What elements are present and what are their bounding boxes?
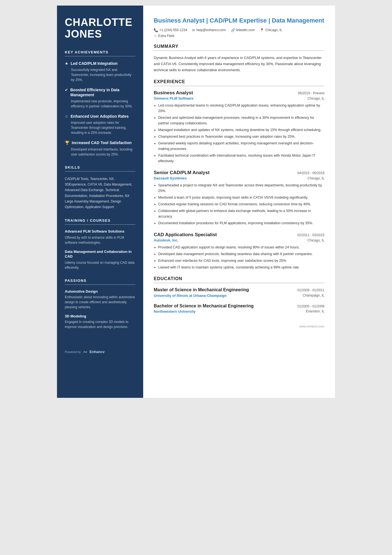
experience-item: Business Analyst 06/2019 - Present Sieme… (154, 90, 324, 164)
list-item: Provided CAD application support to desi… (158, 245, 324, 250)
achievement-desc: Improved user adoption rates for Teamcen… (65, 120, 135, 135)
achievement-title: Boosted Efficiency in Data Management (70, 87, 135, 97)
email-icon: ✉ (192, 28, 195, 32)
exp-job-title: CAD Applications Specialist (154, 232, 217, 238)
list-item: Developed data management protocols, fac… (158, 251, 324, 257)
main-footer: www.enhancv.com (154, 325, 324, 328)
contact-row: 📞 +1-(234)-555-1234 ✉ help@enhancv.com 🔗… (154, 28, 324, 32)
list-item: Conducted regular training sessions on C… (158, 201, 324, 207)
exp-location: Chicago, IL (307, 238, 324, 242)
achievement-title: Increased CAD Tool Satisfaction (72, 140, 132, 145)
extra-field-label: Extra Field (158, 34, 174, 38)
linkedin-contact: 🔗 linkedin.com (231, 28, 255, 32)
list-item: Enhanced user interfaces for CAD tools, … (158, 258, 324, 263)
achievement-title: Enhanced User Adoption Rates (71, 114, 129, 119)
list-item: Generated weekly reports detailing suppo… (158, 140, 324, 152)
phone-contact: 📞 +1-(234)-555-1234 (154, 28, 187, 32)
exp-bullets: Provided CAD application support to desi… (154, 245, 324, 270)
passions-title: PASSIONS (65, 278, 135, 285)
powered-by-label: Powered by (65, 350, 81, 354)
achievement-header: ★ Led CAD/PLM Integration (65, 61, 135, 66)
achievement-title: Led CAD/PLM Integration (71, 61, 118, 66)
enhancv-logo-icon: ∾ (83, 349, 87, 355)
linkedin-icon: 🔗 (231, 28, 235, 32)
list-item: Collaborated with global partners to enh… (158, 208, 324, 219)
skills-title: SKILLS (65, 165, 135, 172)
linkedin-value: linkedin.com (236, 28, 255, 32)
achievement-item: 🏆 Increased CAD Tool Satisfaction Develo… (65, 140, 135, 157)
list-item: Championed best practices in Teamcenter … (158, 134, 324, 139)
exp-company-name: Siemens PLM Software (154, 96, 193, 100)
exp-date: 02/2011 - 03/2015 (297, 233, 324, 237)
exp-company-name: Autodesk, Inc. (154, 238, 178, 242)
summary-section-title: SUMMARY (154, 44, 324, 51)
edu-header: Bachelor of Science in Mechanical Engine… (154, 303, 324, 309)
edu-school-row: Northwestern University Evanston, IL (154, 309, 324, 314)
edu-date: 01/2005 - 01/2009 (297, 304, 324, 308)
achievement-item: ✔ Boosted Efficiency in Data Management … (65, 87, 135, 109)
list-item: Facilitated technical coordination with … (158, 153, 324, 164)
edu-school-name: Northwestern University (154, 309, 195, 314)
passion-item: Automotive Design Enthusiastic about inn… (65, 289, 135, 310)
training-item-desc: Udemy course focused on managing CAD dat… (65, 260, 135, 270)
exp-location: Chicago, IL (307, 97, 324, 100)
edu-degree: Master of Science in Mechanical Engineer… (154, 287, 249, 293)
passion-item-title: Automotive Design (65, 289, 135, 293)
exp-job-title: Senior CAD/PLM Analyst (154, 170, 210, 176)
edu-header: Master of Science in Mechanical Engineer… (154, 287, 324, 293)
exp-company-row: Dassault Systèmes Chicago, IL (154, 176, 324, 180)
email-contact: ✉ help@enhancv.com (192, 28, 225, 32)
edu-school-name: University of Illinois at Urbana-Champai… (154, 293, 227, 298)
experience-item: CAD Applications Specialist 02/2011 - 03… (154, 232, 324, 270)
location-contact: 📍 Chicago, IL (260, 28, 282, 32)
exp-header: Senior CAD/PLM Analyst 04/2015 - 05/2019 (154, 170, 324, 176)
edu-location: Champaign, IL (303, 293, 324, 298)
training-title: TRAINING / COURSES (65, 218, 135, 225)
exp-header: CAD Applications Specialist 02/2011 - 03… (154, 232, 324, 238)
training-item-title: Data Management and Collaboration in CAD (65, 250, 135, 259)
training-section: TRAINING / COURSES Advanced PLM Software… (65, 218, 135, 270)
education-item: Bachelor of Science in Mechanical Engine… (154, 303, 324, 314)
list-item: Documented installation procedures for P… (158, 220, 324, 226)
education-section-title: EDUCATION (154, 276, 324, 283)
extra-field-row: ☆ Extra Field (154, 34, 324, 38)
edu-location: Evanston, IL (306, 309, 324, 314)
star-filled-icon: ★ (65, 61, 68, 66)
star-outline-icon: ☆ (65, 114, 68, 119)
achievement-header: 🏆 Increased CAD Tool Satisfaction (65, 140, 135, 145)
exp-date: 04/2015 - 05/2019 (297, 171, 324, 175)
enhancv-brand: Enhancv (90, 350, 105, 354)
main-content: Business Analyst | CAD/PLM Expertise | D… (143, 6, 335, 398)
website-link: www.enhancv.com (299, 325, 324, 328)
achievement-desc: Developed enhanced interfaces, boosting … (65, 147, 135, 157)
list-item: Liaised with IT teams to maintain system… (158, 265, 324, 270)
key-achievements-section: KEY ACHIEVEMENTS ★ Led CAD/PLM Integrati… (65, 50, 135, 157)
experience-section-title: EXPERIENCE (154, 79, 324, 86)
list-item: Led cross-departmental teams in resolvin… (158, 103, 324, 114)
exp-bullets: Led cross-departmental teams in resolvin… (154, 103, 324, 164)
achievement-desc: Implemented new protocols, improving eff… (65, 99, 135, 109)
main-title: Business Analyst | CAD/PLM Expertise | D… (154, 17, 324, 25)
key-achievements-title: KEY ACHIEVEMENTS (65, 50, 135, 56)
phone-icon: 📞 (154, 28, 158, 32)
exp-header: Business Analyst 06/2019 - Present (154, 90, 324, 96)
achievement-item: ★ Led CAD/PLM Integration Successfully i… (65, 61, 135, 82)
edu-date: 01/2009 - 01/2011 (297, 288, 324, 292)
training-item-desc: Offered by edX to enhance skills in PLM … (65, 235, 135, 245)
exp-job-title: Business Analyst (154, 90, 193, 96)
passion-item-title: 3D Modeling (65, 314, 135, 318)
name-block: CHARLOTTE JONES (65, 17, 135, 40)
passions-section: PASSIONS Automotive Design Enthusiastic … (65, 278, 135, 329)
exp-date: 06/2019 - Present (298, 91, 324, 95)
summary-text: Dynamic Business Analyst with 6 years of… (154, 55, 324, 73)
exp-company-row: Autodesk, Inc. Chicago, IL (154, 238, 324, 242)
training-item: Advanced PLM Software Solutions Offered … (65, 229, 135, 245)
exp-bullets: Spearheaded a project to integrate NX an… (154, 182, 324, 226)
list-item: Spearheaded a project to integrate NX an… (158, 182, 324, 194)
location-value: Chicago, IL (265, 28, 282, 32)
checkmark-icon: ✔ (65, 88, 68, 92)
sidebar: CHARLOTTE JONES KEY ACHIEVEMENTS ★ Led C… (57, 6, 143, 398)
exp-location: Chicago, IL (307, 176, 324, 180)
passion-item-desc: Enthusiastic about innovating within aut… (65, 295, 135, 310)
sidebar-footer: Powered by ∾ Enhancv (65, 338, 135, 355)
